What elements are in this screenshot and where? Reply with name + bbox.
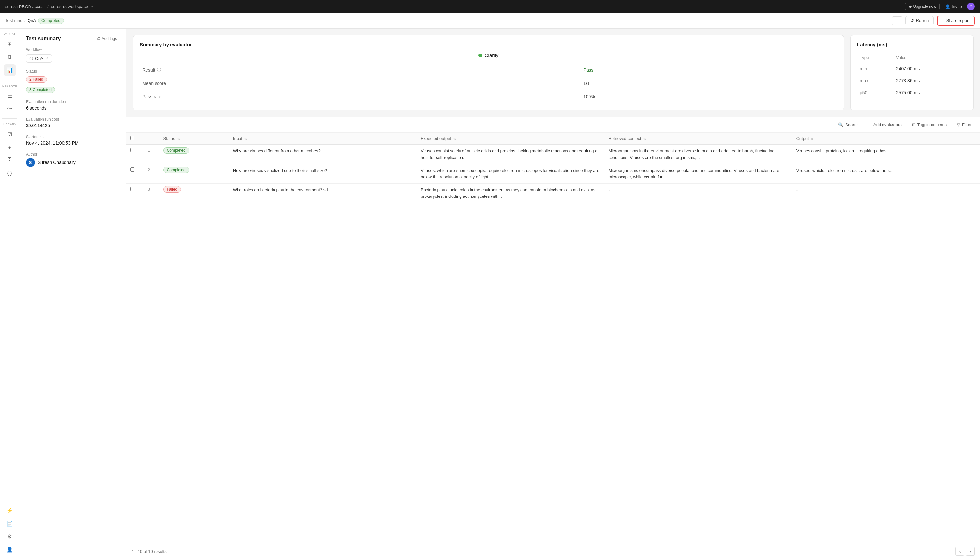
completed-badge: 8 Completed [26, 86, 55, 93]
sidebar-item-observe-activity[interactable]: 〜 [4, 103, 16, 114]
sidebar-divider-1 [2, 80, 17, 80]
prev-page-button[interactable]: ‹ [955, 547, 964, 556]
library-group: LIBRARY ☑ ⊞ 🗄 { } [0, 122, 19, 179]
toggle-columns-button[interactable]: ⊞ Toggle columns [909, 120, 950, 129]
sidebar-item-evaluate-layers[interactable]: ⧉ [4, 51, 16, 63]
pagination: 1 - 10 of 10 results ‹ › [126, 543, 980, 559]
select-all-checkbox[interactable] [130, 136, 134, 140]
sidebar-item-library-table[interactable]: ⊞ [4, 141, 16, 153]
rerun-icon: ↺ [910, 18, 914, 23]
add-tags-button[interactable]: 🏷 Add tags [94, 35, 120, 42]
evaluate-label: EVALUATE [2, 32, 18, 36]
avatar[interactable]: Y [967, 3, 975, 10]
sidebar-item-observe-list[interactable]: ☰ [4, 90, 16, 101]
sidebar-item-library-code[interactable]: { } [4, 167, 16, 179]
retrieved-context-col-header[interactable]: Retrieved context ⇅ [604, 132, 792, 145]
test-runs-link[interactable]: Test runs [5, 18, 22, 23]
mean-score-value: 1/1 [583, 81, 589, 86]
latency-row: max2773.36 ms [857, 75, 967, 87]
row-checkbox-cell [126, 184, 139, 203]
cards-area: Summary by evaluator Clarity Result ⓘ Pa… [126, 28, 980, 117]
topbar-left: suresh PROD acco... / suresh's workspace… [5, 4, 94, 9]
page-buttons: ‹ › [955, 547, 975, 556]
invite-button[interactable]: 👤 Invite [945, 4, 962, 9]
pass-rate-row: Pass rate 100% [140, 90, 837, 103]
failed-badge: 2 Failed [26, 76, 47, 83]
row-number: 2 [139, 164, 160, 184]
row-status: Completed [160, 164, 229, 184]
workflow-icon: ⬡ [30, 56, 33, 61]
plus-icon: + [869, 122, 871, 127]
sidebar-item-settings[interactable]: ⚙ [4, 531, 16, 542]
share-report-button[interactable]: ↑ Share report [937, 16, 975, 26]
workspace-chevron-icon: ▼ [91, 5, 94, 8]
evaluator-name: Clarity [485, 53, 499, 58]
diamond-icon: ◆ [909, 4, 912, 9]
sidebar-item-notes[interactable]: 📄 [4, 518, 16, 529]
latency-row: min2407.00 ms [857, 63, 967, 75]
observe-label: OBSERVE [2, 84, 17, 87]
evaluator-card-title: Summary by evaluator [140, 42, 837, 47]
filter-button[interactable]: ▽ Filter [954, 120, 975, 129]
row-expected-output: Bacteria play crucial roles in the envir… [417, 184, 604, 203]
row-output: Viruses consi... proteins, lackin... req… [792, 145, 980, 164]
sidebar-item-user[interactable]: 👤 [4, 543, 16, 555]
breadcrumb: Test runs › QnA Completed [5, 18, 64, 24]
started-label: Started at. [26, 134, 120, 139]
search-icon: 🔍 [838, 122, 843, 127]
library-label: LIBRARY [3, 122, 16, 126]
cost-value: $0.0114425 [26, 123, 120, 128]
pagination-label: 1 - 10 of 10 results [132, 549, 167, 554]
latency-table: Type Value min2407.00 msmax2773.36 msp50… [857, 53, 967, 99]
row-output: - [792, 184, 980, 203]
duration-value: 6 seconds [26, 105, 120, 111]
table-row: 2 Completed How are viruses visualized d… [126, 164, 980, 184]
topbar: suresh PROD acco... / suresh's workspace… [0, 0, 980, 13]
topbar-separator: / [47, 4, 49, 9]
input-col-header[interactable]: Input ⇅ [229, 132, 417, 145]
main-layout: EVALUATE ⊞ ⧉ 📊 OBSERVE ☰ 〜 LIBRARY ☑ ⊞ 🗄… [0, 28, 980, 559]
rerun-button[interactable]: ↺ Re-run [906, 16, 934, 25]
breadcrumb-actions: ... ↺ Re-run ↑ Share report [892, 16, 975, 26]
table-toolbar: 🔍 Search + Add evaluators ⊞ Toggle colum… [126, 117, 980, 132]
row-checkbox[interactable] [130, 187, 134, 191]
evaluator-card: Summary by evaluator Clarity Result ⓘ Pa… [133, 35, 844, 110]
select-all-header [126, 132, 139, 145]
more-options-button[interactable]: ... [892, 16, 902, 25]
evaluator-table: Result ⓘ Pass Mean score 1/1 Pass rate 1… [140, 63, 837, 103]
table-scroll: Status ⇅ Input ⇅ Expected output ⇅ Retri… [126, 132, 980, 543]
sidebar-item-zap[interactable]: ⚡ [4, 504, 16, 516]
content-area: Summary by evaluator Clarity Result ⓘ Pa… [126, 28, 980, 559]
next-page-button[interactable]: › [966, 547, 975, 556]
share-icon: ↑ [942, 18, 944, 23]
row-output: Viruses, which... electron micros... are… [792, 164, 980, 184]
row-checkbox-cell [126, 164, 139, 184]
sidebar-item-library-db[interactable]: 🗄 [4, 154, 16, 166]
output-col-header[interactable]: Output ⇅ [792, 132, 980, 145]
latency-row: p502575.00 ms [857, 87, 967, 99]
status-section: Status 2 Failed 8 Completed [26, 69, 120, 93]
tag-icon: 🏷 [97, 36, 101, 41]
status-col-header[interactable]: Status ⇅ [160, 132, 229, 145]
row-retrieved-context: Microorganisms in the environment are di… [604, 145, 792, 164]
sidebar-item-evaluate-home[interactable]: ⊞ [4, 38, 16, 50]
topbar-right: ◆ Upgrade now 👤 Invite Y [905, 3, 975, 10]
evaluator-dot [478, 53, 482, 57]
row-number: 3 [139, 184, 160, 203]
sidebar-item-evaluate-chart[interactable]: 📊 [4, 64, 16, 76]
workflow-chip[interactable]: ⬡ QnA ↗ [26, 55, 52, 63]
sidebar-item-library-check[interactable]: ☑ [4, 128, 16, 140]
search-button[interactable]: 🔍 Search [835, 120, 862, 129]
expected-output-col-header[interactable]: Expected output ⇅ [417, 132, 604, 145]
add-evaluators-button[interactable]: + Add evaluators [866, 120, 904, 129]
latency-card-title: Latency (ms) [857, 42, 967, 47]
sidebar-divider-2 [2, 118, 17, 119]
row-checkbox[interactable] [130, 167, 134, 172]
status-badge: Completed [38, 18, 64, 24]
latency-col-value: Value [893, 53, 967, 63]
row-checkbox[interactable] [130, 148, 134, 152]
result-row: Result ⓘ Pass [140, 63, 837, 77]
columns-icon: ⊞ [912, 122, 916, 127]
upgrade-button[interactable]: ◆ Upgrade now [905, 3, 940, 10]
row-expected-output: Viruses, which are submicroscopic, requi… [417, 164, 604, 184]
